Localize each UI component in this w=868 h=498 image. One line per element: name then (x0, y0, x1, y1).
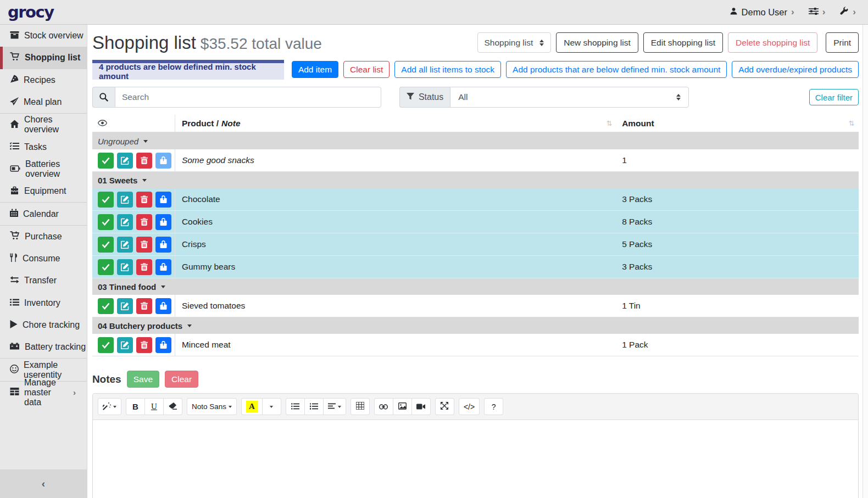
scrollbar[interactable] (863, 25, 868, 498)
sidebar-item-transfer[interactable]: Transfer (0, 270, 87, 292)
add-below-min-stock-button[interactable]: Add products that are below defined min.… (506, 61, 727, 78)
done-button[interactable] (98, 337, 114, 353)
sidebar-item-chores-overview[interactable]: Chores overview (0, 114, 87, 136)
purchase-button[interactable] (155, 214, 171, 230)
product-name: Chocolate (182, 194, 220, 204)
sidebar-item-inventory[interactable]: Inventory (0, 292, 87, 314)
delete-button[interactable] (136, 192, 152, 208)
ordered-list-button[interactable] (304, 398, 324, 415)
clear-filter-button[interactable]: Clear filter (809, 89, 859, 105)
video-button[interactable] (411, 398, 431, 415)
product-name: Minced meat (182, 340, 231, 350)
caret-down-icon (142, 179, 147, 182)
group-header-butchery[interactable]: 04 Butchery products (92, 317, 859, 334)
delete-shopping-list-button[interactable]: Delete shopping list (728, 32, 817, 53)
unordered-list-button[interactable] (286, 398, 305, 415)
done-button[interactable] (98, 214, 114, 230)
purchase-button[interactable] (155, 337, 171, 353)
search-input[interactable] (115, 87, 381, 108)
user-menu[interactable]: Demo User › (730, 7, 794, 18)
code-view-button[interactable]: </> (459, 398, 480, 415)
bold-button[interactable]: B (126, 398, 145, 415)
edit-button[interactable] (117, 153, 133, 169)
sidebar-item-purchase[interactable]: Purchase (0, 226, 87, 248)
table-row: Crisps 5 Packs (92, 233, 859, 256)
numbered-list-icon (310, 402, 318, 411)
clear-list-button[interactable]: Clear list (343, 61, 390, 78)
status-select[interactable]: All (450, 87, 689, 108)
notes-save-button[interactable]: Save (127, 371, 159, 388)
edit-shopping-list-button[interactable]: Edit shopping list (643, 32, 723, 53)
notes-clear-button[interactable]: Clear (165, 371, 198, 388)
sidebar-item-calendar[interactable]: Calendar (0, 203, 87, 225)
purchase-button[interactable] (155, 192, 171, 208)
sidebar-item-batteries-overview[interactable]: Batteries overview (0, 158, 87, 180)
notes-editor-area[interactable] (93, 420, 858, 498)
delete-button[interactable] (136, 337, 152, 353)
sidebar-item-tasks[interactable]: Tasks (0, 136, 87, 158)
add-all-to-stock-button[interactable]: Add all list items to stock (394, 61, 501, 78)
add-overdue-button[interactable]: Add overdue/expired products (732, 61, 859, 78)
settings-menu[interactable]: › (809, 7, 826, 18)
sidebar-item-equipment[interactable]: Equipment (0, 180, 87, 202)
edit-button[interactable] (117, 298, 133, 314)
sidebar-item-recipes[interactable]: Recipes (0, 69, 87, 91)
shopping-list-select[interactable]: Shopping list (477, 32, 552, 53)
image-button[interactable] (393, 398, 412, 415)
admin-menu[interactable]: › (839, 7, 856, 18)
delete-button[interactable] (136, 259, 152, 275)
link-icon (379, 402, 388, 411)
sidebar-item-chore-tracking[interactable]: Chore tracking (0, 314, 87, 336)
sort-icon[interactable]: ⇅ (607, 119, 612, 127)
group-header-sweets[interactable]: 01 Sweets (92, 172, 859, 188)
purchase-button[interactable] (155, 259, 171, 275)
underline-button[interactable]: U (144, 398, 164, 415)
sidebar-item-shopping-list[interactable]: Shopping list (0, 47, 87, 69)
group-header-ungrouped[interactable]: Ungrouped (92, 133, 859, 149)
eye-icon[interactable] (98, 119, 107, 128)
column-note[interactable]: Note (221, 119, 240, 128)
edit-button[interactable] (117, 192, 133, 208)
magic-style-button[interactable] (98, 398, 121, 415)
done-button[interactable] (98, 298, 114, 314)
edit-button[interactable] (117, 259, 133, 275)
column-product[interactable]: Product / (182, 119, 219, 128)
new-shopping-list-button[interactable]: New shopping list (556, 32, 638, 53)
edit-button[interactable] (117, 237, 133, 253)
paragraph-align-button[interactable] (323, 398, 346, 415)
done-button[interactable] (98, 192, 114, 208)
text-color-button[interactable]: A (241, 398, 263, 415)
add-item-button[interactable]: Add item (292, 61, 338, 78)
text-color-dropdown[interactable] (262, 398, 281, 415)
done-button[interactable] (98, 153, 114, 169)
table-button[interactable] (350, 398, 370, 415)
sidebar-item-manage-master-data[interactable]: Manage master data › (0, 382, 87, 404)
group-header-tinned-food[interactable]: 03 Tinned food (92, 278, 859, 295)
wrench-icon (839, 7, 849, 18)
sidebar-item-stock-overview[interactable]: Stock overview (0, 25, 87, 47)
fullscreen-button[interactable] (435, 398, 454, 415)
sidebar-item-battery-tracking[interactable]: Battery tracking (0, 336, 87, 358)
sort-icon[interactable]: ⇅ (849, 119, 854, 127)
delete-button[interactable] (136, 153, 152, 169)
edit-button[interactable] (117, 337, 133, 353)
amount: 1 (622, 155, 627, 165)
sidebar-collapse-button[interactable]: ‹ (0, 469, 87, 498)
print-button[interactable]: Print (826, 32, 859, 53)
done-button[interactable] (98, 237, 114, 253)
font-family-select[interactable]: Noto Sans (187, 398, 237, 415)
delete-button[interactable] (136, 237, 152, 253)
delete-button[interactable] (136, 214, 152, 230)
help-button[interactable]: ? (484, 398, 503, 415)
sidebar-item-consume[interactable]: Consume (0, 248, 87, 270)
eraser-button[interactable] (163, 398, 182, 415)
sidebar-item-meal-plan[interactable]: Meal plan (0, 91, 87, 113)
link-button[interactable] (374, 398, 393, 415)
purchase-button[interactable] (155, 237, 171, 253)
column-amount[interactable]: Amount (622, 119, 654, 128)
edit-button[interactable] (117, 214, 133, 230)
purchase-button[interactable] (155, 153, 171, 169)
delete-button[interactable] (136, 298, 152, 314)
purchase-button[interactable] (155, 298, 171, 314)
done-button[interactable] (98, 259, 114, 275)
